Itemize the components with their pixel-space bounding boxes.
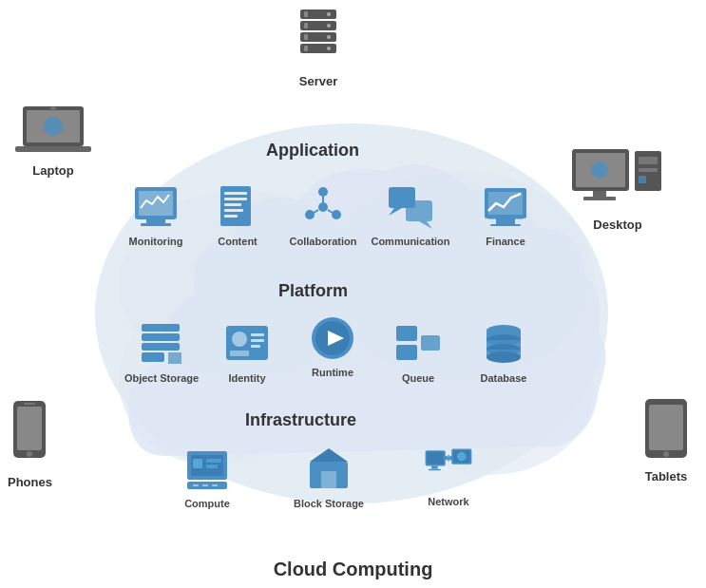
monitoring-label: Monitoring (129, 236, 183, 247)
monitoring-icon (133, 185, 179, 229)
finance-icon (483, 186, 528, 228)
svg-rect-96 (212, 484, 218, 486)
database-item: Database (466, 319, 542, 384)
svg-point-33 (27, 451, 32, 457)
svg-marker-58 (419, 221, 432, 229)
svg-rect-92 (206, 459, 221, 463)
svg-line-53 (328, 210, 333, 213)
tablets-device: Tablets (640, 397, 692, 484)
svg-rect-71 (230, 351, 249, 356)
object-storage-icon (138, 322, 185, 366)
svg-rect-102 (431, 465, 438, 468)
desktop-device: Desktop (570, 147, 665, 232)
database-label: Database (481, 372, 527, 384)
svg-rect-40 (146, 219, 165, 223)
svg-rect-32 (17, 407, 42, 450)
laptop-device: Laptop (13, 103, 93, 178)
phones-label: Phones (8, 475, 52, 489)
phones-icon (8, 399, 51, 471)
infrastructure-section-label: Infrastructure (245, 410, 356, 430)
svg-rect-103 (429, 469, 441, 471)
runtime-label: Runtime (312, 367, 353, 378)
svg-rect-10 (304, 23, 308, 28)
svg-rect-91 (193, 459, 202, 468)
svg-rect-41 (141, 223, 171, 226)
svg-rect-95 (202, 484, 208, 486)
identity-item: Identity (209, 319, 285, 384)
svg-point-19 (44, 117, 63, 136)
svg-point-14 (327, 24, 331, 28)
svg-rect-44 (224, 198, 247, 200)
svg-rect-80 (421, 335, 440, 351)
server-icon (293, 8, 344, 70)
network-item: Network (410, 443, 487, 507)
database-icon (481, 321, 526, 367)
svg-rect-67 (142, 352, 164, 362)
compute-icon (183, 446, 231, 493)
block-storage-icon (304, 445, 353, 494)
svg-rect-99 (321, 471, 336, 488)
svg-point-110 (449, 456, 454, 461)
svg-rect-73 (251, 339, 264, 342)
tablets-icon (640, 397, 692, 465)
svg-rect-62 (496, 218, 515, 224)
finance-label: Finance (486, 236, 525, 247)
svg-rect-57 (406, 200, 432, 221)
collaboration-label: Collaboration (290, 236, 357, 247)
svg-point-48 (318, 202, 328, 212)
compute-label: Compute (184, 498, 230, 509)
svg-point-24 (591, 161, 608, 179)
svg-point-37 (663, 451, 669, 457)
content-item: Content (200, 182, 276, 247)
block-storage-item: Block Storage (291, 445, 367, 509)
svg-marker-56 (389, 208, 402, 216)
phones-device: Phones (8, 399, 52, 489)
svg-rect-65 (142, 333, 180, 341)
svg-point-106 (457, 452, 467, 462)
platform-section-label: Platform (278, 281, 348, 301)
collaboration-item: Collaboration (285, 182, 361, 247)
object-storage-item: Object Storage (124, 319, 200, 384)
page-title: Cloud Computing (0, 559, 706, 580)
svg-rect-94 (193, 484, 199, 486)
laptop-label: Laptop (32, 163, 73, 178)
svg-rect-63 (490, 224, 521, 226)
content-label: Content (218, 236, 258, 247)
monitoring-item: Monitoring (118, 182, 194, 247)
server-label: Server (299, 74, 337, 88)
svg-point-16 (327, 47, 331, 50)
communication-item: Communication (372, 182, 448, 247)
compute-item: Compute (169, 445, 245, 509)
svg-rect-28 (639, 157, 658, 164)
object-storage-label: Object Storage (124, 372, 199, 384)
svg-rect-72 (251, 333, 264, 336)
application-section-label: Application (266, 141, 359, 161)
svg-point-13 (327, 12, 331, 16)
queue-label: Queue (402, 372, 434, 384)
collaboration-icon (300, 184, 346, 230)
block-storage-label: Block Storage (294, 498, 364, 509)
content-icon (217, 184, 258, 230)
svg-rect-46 (224, 209, 243, 212)
svg-rect-30 (639, 176, 646, 183)
svg-point-87 (487, 351, 521, 363)
svg-marker-68 (168, 352, 181, 364)
svg-rect-26 (583, 197, 616, 200)
svg-point-109 (443, 456, 448, 461)
svg-rect-12 (304, 46, 308, 51)
tablets-label: Tablets (645, 469, 688, 484)
laptop-icon (13, 103, 93, 160)
runtime-item: Runtime (295, 313, 371, 378)
svg-rect-29 (639, 168, 658, 172)
svg-point-51 (305, 210, 315, 219)
queue-icon (394, 322, 442, 366)
svg-point-50 (332, 210, 341, 219)
network-label: Network (428, 496, 468, 507)
queue-item: Queue (380, 319, 456, 384)
svg-point-15 (327, 35, 331, 39)
svg-rect-64 (142, 324, 180, 332)
svg-rect-45 (224, 203, 241, 206)
svg-rect-43 (224, 192, 247, 195)
svg-line-54 (314, 210, 318, 213)
runtime-icon (308, 313, 357, 363)
